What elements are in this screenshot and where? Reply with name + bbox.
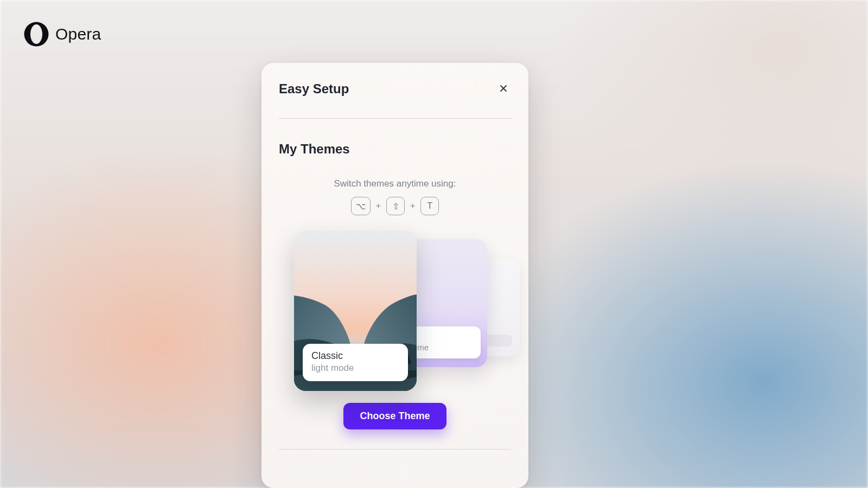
shortcut-keys: ⌥ + ⇧ + T (279, 197, 511, 215)
theme-card-primary-label: Classic light mode (303, 344, 408, 381)
shortcut-plus: + (376, 201, 381, 211)
shortcut-key-shift: ⇧ (386, 197, 405, 215)
divider (279, 449, 511, 450)
theme-card-primary[interactable]: Classic light mode (294, 230, 417, 391)
opera-logo-icon (23, 21, 50, 48)
easy-setup-panel: Easy Setup My Themes Switch themes anyti… (261, 63, 528, 488)
panel-title: Easy Setup (279, 81, 349, 97)
shortcut-key-t: T (420, 197, 439, 215)
shortcut-plus: + (410, 201, 415, 211)
shortcut-key-option: ⌥ (351, 197, 371, 215)
theme-carousel: ssic t theme (279, 230, 511, 393)
section-title: My Themes (279, 142, 511, 157)
divider (279, 118, 511, 119)
choose-theme-button[interactable]: Choose Theme (343, 403, 446, 429)
close-icon (500, 85, 507, 94)
panel-header: Easy Setup (279, 81, 511, 97)
cta-row: Choose Theme (279, 403, 511, 429)
brand-logo: Opera (23, 21, 101, 48)
shortcut-hint-text: Switch themes anytime using: (279, 178, 511, 189)
close-button[interactable] (496, 81, 511, 97)
brand-name: Opera (55, 25, 101, 43)
theme-subtitle: light mode (311, 363, 399, 374)
svg-point-2 (24, 22, 49, 47)
theme-name: Classic (311, 350, 399, 362)
